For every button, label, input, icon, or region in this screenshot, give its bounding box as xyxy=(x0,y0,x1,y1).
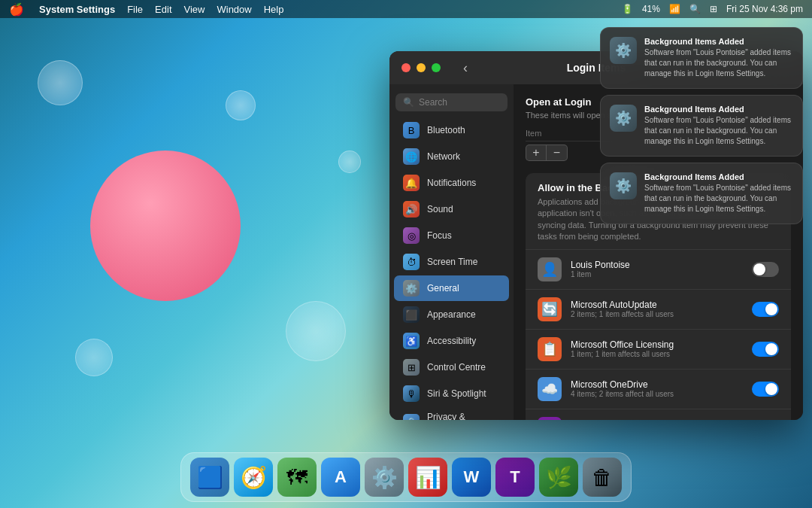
sidebar-label-sound: Sound xyxy=(427,204,453,214)
menubar: 🍎 System Settings File Edit View Window … xyxy=(0,0,812,18)
dock-icon-finder[interactable]: 🟦 xyxy=(190,458,229,497)
bubble-decoration-1 xyxy=(38,60,83,105)
bg-item-icon-ms-office-licensing: 📋 xyxy=(538,337,562,361)
toggle-knob-ms-onedrive xyxy=(765,383,777,395)
toggle-knob-ms-autoupdate xyxy=(765,303,777,315)
menubar-menu-file[interactable]: File xyxy=(127,4,143,15)
sidebar-label-general: General xyxy=(427,283,459,294)
bg-item-ms-teams: TMicrosoft Teams1 item; 1 item affects a… xyxy=(526,409,791,420)
bg-item-sub-ms-autoupdate: 2 items; 1 item affects all users xyxy=(571,310,743,318)
bg-item-sub-louis-pontoise: 1 item xyxy=(571,270,743,278)
sidebar-item-screentime[interactable]: ⏱Screen Time xyxy=(394,249,509,275)
notification-card-1[interactable]: ⚙️ Background Items Added Software from … xyxy=(600,27,803,89)
search-placeholder: Search xyxy=(419,97,447,108)
sidebar-item-controlcentre[interactable]: ⊞Control Centre xyxy=(394,354,509,380)
menubar-control-center-icon[interactable]: ⊞ xyxy=(710,4,717,14)
menubar-right: 🔋 41% 📶 🔍 ⊞ Fri 25 Nov 4:36 pm xyxy=(622,4,803,14)
menubar-menu-view[interactable]: View xyxy=(184,4,205,15)
notif-icon-2: ⚙️ xyxy=(610,105,637,132)
dock-icon-appstore[interactable]: A xyxy=(321,458,360,497)
sidebar-item-network[interactable]: 🌐Network xyxy=(394,144,509,169)
bg-item-name-ms-onedrive: Microsoft OneDrive xyxy=(571,379,743,390)
back-button[interactable]: ‹ xyxy=(463,60,468,76)
menubar-datetime: Fri 25 Nov 4:36 pm xyxy=(726,4,803,14)
sidebar-item-sound[interactable]: 🔊Sound xyxy=(394,196,509,222)
sidebar-label-screentime: Screen Time xyxy=(427,257,477,267)
dock-icon-activity[interactable]: 📊 xyxy=(408,458,447,497)
search-icon: 🔍 xyxy=(403,97,414,108)
dock-icon-leaf[interactable]: 🌿 xyxy=(539,458,578,497)
bg-item-toggle-ms-onedrive[interactable] xyxy=(752,382,779,397)
sidebar-label-privacy: Privacy & Security xyxy=(427,412,500,420)
notif-title-1: Background Items Added xyxy=(644,37,793,46)
sidebar-icon-notifications: 🔔 xyxy=(403,175,420,191)
sidebar-item-appearance[interactable]: ⬛Appearance xyxy=(394,302,509,327)
notif-content-2: Background Items Added Software from "Lo… xyxy=(644,105,793,147)
dock-icon-settings[interactable]: ⚙️ xyxy=(365,458,404,497)
window-minimize-button[interactable] xyxy=(417,63,426,72)
window-maximize-button[interactable] xyxy=(432,63,441,72)
sidebar-label-focus: Focus xyxy=(427,230,452,241)
menubar-menu-help[interactable]: Help xyxy=(264,4,284,15)
menubar-battery-icon: 🔋 xyxy=(622,4,633,14)
notif-icon-1: ⚙️ xyxy=(610,37,637,64)
bg-item-toggle-ms-autoupdate[interactable] xyxy=(752,302,779,317)
search-box[interactable]: 🔍 Search xyxy=(395,93,508,111)
bg-item-name-louis-pontoise: Louis Pontoise xyxy=(571,260,743,270)
sidebar-item-privacy[interactable]: 🔒Privacy & Security xyxy=(394,407,509,420)
dock-icon-teams[interactable]: T xyxy=(495,458,535,497)
sidebar-item-siri[interactable]: 🎙Siri & Spotlight xyxy=(394,381,509,406)
dock-icon-maps[interactable]: 🗺 xyxy=(277,458,317,497)
sidebar-label-controlcentre: Control Centre xyxy=(427,362,486,373)
notification-card-3[interactable]: ⚙️ Background Items Added Software from … xyxy=(600,163,803,224)
bg-item-name-ms-teams: Microsoft Teams xyxy=(571,419,743,420)
sidebar-icon-sound: 🔊 xyxy=(403,201,420,217)
window-close-button[interactable] xyxy=(401,63,411,72)
dock-icon-safari[interactable]: 🧭 xyxy=(234,458,273,497)
bubble-decoration-5 xyxy=(338,151,361,173)
sidebar-item-focus[interactable]: ◎Focus xyxy=(394,223,509,248)
desktop: 🍎 System Settings File Edit View Window … xyxy=(0,0,812,508)
toggle-knob-ms-office-licensing xyxy=(765,343,777,355)
toggle-knob-louis-pontoise xyxy=(753,263,765,275)
notif-body-1: Software from "Louis Pontoise" added ite… xyxy=(644,47,793,79)
sidebar-icon-bluetooth: B xyxy=(403,122,420,138)
sidebar-item-general[interactable]: ⚙️General xyxy=(394,275,509,301)
sidebar-icon-privacy: 🔒 xyxy=(403,414,420,420)
bg-item-info-ms-teams: Microsoft Teams1 item; 1 item affects al… xyxy=(571,419,743,420)
bg-item-info-ms-onedrive: Microsoft OneDrive4 items; 2 items affec… xyxy=(571,379,743,398)
notif-icon-3: ⚙️ xyxy=(610,172,637,199)
sidebar-item-bluetooth[interactable]: BBluetooth xyxy=(394,117,509,143)
sidebar-icon-controlcentre: ⊞ xyxy=(403,359,420,376)
remove-login-item-button[interactable]: − xyxy=(547,144,568,161)
notif-body-3: Software from "Louis Pontoise" added ite… xyxy=(644,183,793,214)
sidebar-item-notifications[interactable]: 🔔Notifications xyxy=(394,170,509,196)
dock-icon-word[interactable]: W xyxy=(452,458,491,497)
dock-icon-trash[interactable]: 🗑 xyxy=(583,458,622,497)
menubar-wifi-icon[interactable]: 📶 xyxy=(669,4,680,14)
menubar-menu-window[interactable]: Window xyxy=(217,4,251,15)
menubar-menu-edit[interactable]: Edit xyxy=(155,4,171,15)
background-items-list: 👤Louis Pontoise1 item🔄Microsoft AutoUpda… xyxy=(526,249,791,420)
sidebar-items-list: BBluetooth🌐Network🔔Notifications🔊Sound◎F… xyxy=(389,117,514,420)
notif-body-2: Software from "Louis Pontoise" added ite… xyxy=(644,115,793,147)
notif-title-2: Background Items Added xyxy=(644,105,793,114)
sidebar-label-accessibility: Accessibility xyxy=(427,336,476,346)
sidebar-label-siri: Siri & Spotlight xyxy=(427,388,486,399)
bg-item-toggle-ms-office-licensing[interactable] xyxy=(752,342,779,357)
menubar-search-icon[interactable]: 🔍 xyxy=(689,4,701,14)
sidebar-label-appearance: Appearance xyxy=(427,309,476,320)
sidebar-icon-appearance: ⬛ xyxy=(403,306,420,323)
bg-item-icon-ms-onedrive: ☁️ xyxy=(538,377,562,401)
menubar-app-name: System Settings xyxy=(39,4,115,15)
apple-logo[interactable]: 🍎 xyxy=(9,2,24,17)
bg-item-info-louis-pontoise: Louis Pontoise1 item xyxy=(571,260,743,278)
traffic-lights xyxy=(401,63,441,72)
add-login-item-button[interactable]: + xyxy=(526,144,547,161)
bg-item-toggle-louis-pontoise[interactable] xyxy=(752,262,779,277)
bg-item-sub-ms-onedrive: 4 items; 2 items affect all users xyxy=(571,390,743,398)
dock: 🟦 🧭 🗺 A ⚙️ 📊 W T 🌿 🗑 xyxy=(180,452,632,502)
sidebar-item-accessibility[interactable]: ♿Accessibility xyxy=(394,328,509,354)
menubar-battery-pct: 41% xyxy=(642,4,660,14)
notification-card-2[interactable]: ⚙️ Background Items Added Software from … xyxy=(600,95,803,157)
